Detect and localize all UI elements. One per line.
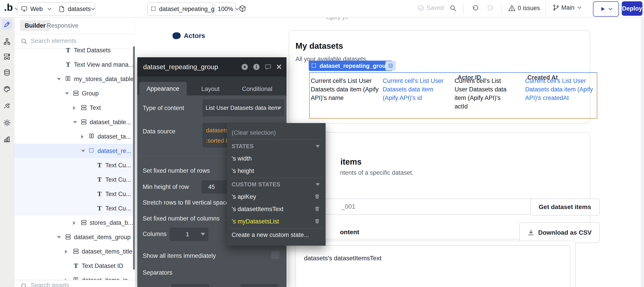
separator-style-select[interactable]: Dashed (171, 284, 209, 287)
caret-down-icon[interactable] (73, 121, 77, 123)
search-icon[interactable] (450, 4, 456, 12)
tree-item-dataset-items-title[interactable]: dataset_items_title (14, 244, 133, 259)
tree-item-label: Text Cu... (106, 162, 131, 169)
rail-item-components-icon[interactable] (2, 51, 12, 61)
menu-item-s-apikey[interactable]: 's apiKey (227, 191, 326, 203)
separator-width-select[interactable]: 1 (240, 284, 278, 287)
trash-icon[interactable] (314, 218, 321, 225)
platform-label[interactable]: Web (30, 5, 43, 12)
canvas-scrollbar[interactable] (641, 17, 644, 287)
menu-item-states[interactable]: STATES (227, 140, 326, 152)
columns-select[interactable]: 1 (170, 228, 208, 241)
element-tab[interactable]: dataset_repeating_group ✕ (148, 2, 213, 16)
issues-indicator[interactable]: 0 issues (508, 4, 540, 12)
dataset-content-textarea[interactable]: datasets's datasetItemsText (295, 245, 570, 287)
tab-conditional[interactable]: Conditional (242, 86, 272, 92)
tree-item-dataset-re[interactable]: dataset_re... (14, 144, 133, 158)
branch-selector[interactable]: Main (552, 4, 582, 11)
tree-item-text-cu[interactable]: TText Cu... (14, 187, 133, 201)
undo-icon[interactable] (472, 4, 478, 11)
menu-item-s-height[interactable]: 's height (227, 165, 326, 177)
play-circle-icon[interactable] (241, 63, 248, 71)
search-assets-input[interactable] (30, 282, 112, 287)
chevron-down-icon[interactable] (91, 7, 95, 10)
rail-item-design-pencil-icon[interactable] (2, 19, 12, 30)
menu-item-s-width[interactable]: 's width (227, 152, 326, 165)
show-all-items-checkbox[interactable] (272, 251, 280, 259)
chevron-down-icon (316, 183, 320, 186)
caret-down-icon[interactable] (57, 78, 61, 80)
caret-down-icon[interactable] (65, 92, 69, 95)
tree-item-stores-data-b[interactable]: stores_data_b... (14, 216, 133, 230)
caret-right-icon[interactable] (81, 135, 84, 139)
selected-element-badge[interactable]: dataset_repeating_group (309, 61, 392, 71)
rail-item-workflow-sitemap-icon[interactable] (2, 36, 12, 47)
rail-item-database-icon[interactable] (2, 67, 12, 78)
tree-item-text-dataset-id[interactable]: TText Dataset ID (14, 259, 133, 273)
trash-icon[interactable] (314, 194, 321, 200)
deploy-button[interactable]: Deploy (622, 1, 642, 16)
repeating-group-icon (150, 6, 157, 12)
tab-responsive[interactable]: Responsive (47, 22, 78, 29)
rg-cell-expression[interactable]: Current cell's List User Datasets data i… (454, 77, 512, 111)
caret-down-icon[interactable] (57, 236, 61, 239)
tab-layout[interactable]: Layout (201, 86, 220, 92)
get-dataset-items-button[interactable]: Get dataset items (530, 199, 600, 216)
data-source-label: Data source (143, 128, 176, 135)
bubble-logo[interactable]: .b (4, 2, 13, 13)
property-editor-header[interactable]: dataset_repeating_group ✕ (137, 57, 286, 77)
menu-item-custom-states[interactable]: CUSTOM STATES (227, 178, 326, 191)
caret-down-icon[interactable] (81, 150, 85, 152)
tree-item-dataset-table[interactable]: dataset_table... (14, 115, 133, 129)
rail-item-logs-chart-icon[interactable] (2, 134, 12, 144)
rg-cell-expression[interactable]: Current cell's List User Datasets data i… (311, 77, 379, 102)
chevron-down-icon[interactable] (47, 7, 52, 10)
rail-item-settings-gear-icon[interactable] (2, 118, 12, 128)
group-element-icon (81, 104, 87, 111)
menu-item-s-datasetitemstext[interactable]: 's datasetItemsText (227, 203, 326, 215)
tree-item-label: Text Cu... (106, 205, 131, 212)
caret-right-icon[interactable] (73, 106, 76, 110)
menu-item-s-mydatasetslist[interactable]: 's myDatasetsList (227, 215, 326, 228)
download-as-csv-button[interactable]: Download as CSV (519, 222, 600, 243)
text-element-icon: T (65, 61, 71, 68)
menu-item-create-a-new-custom-state[interactable]: Create a new custom state... (227, 229, 326, 241)
redo-icon[interactable] (487, 4, 494, 11)
tree-item-text-view-and-mana[interactable]: TText View and mana... (14, 57, 133, 72)
type-of-content-select[interactable]: List User Datasets data item (202, 99, 284, 117)
tab-appearance[interactable]: Appearance (139, 82, 187, 95)
tree-item-label: dataset_table... (90, 119, 131, 126)
trash-icon[interactable] (314, 206, 321, 212)
my-datasets-card: My datasets All your available datasets.… (289, 30, 590, 123)
tab-builder[interactable]: Builder (20, 20, 50, 31)
tree-item-text-cu[interactable]: TText Cu... (14, 201, 133, 216)
page-selector[interactable]: datasets (68, 5, 91, 12)
data-source-badge[interactable] (385, 61, 396, 70)
menu-item-clear-selection[interactable]: (Clear selection) (227, 127, 326, 139)
tree-item-text-datasets[interactable]: TText Datasets (14, 43, 133, 57)
tree-item-label: Text Cu... (106, 176, 131, 183)
close-icon[interactable]: ✕ (276, 63, 282, 71)
zoom-selector[interactable]: 100% (214, 2, 236, 16)
tree-item-text-cu[interactable]: TText Cu... (14, 158, 133, 172)
group-element-icon (65, 234, 71, 240)
tree-item-group[interactable]: Group (14, 86, 133, 101)
tree-item-text-cu[interactable]: TText Cu... (14, 172, 133, 187)
comment-bubble-icon[interactable] (264, 63, 272, 71)
tree-item-dataset-items-group[interactable]: dataset_items_group (14, 230, 133, 244)
info-circle-icon[interactable] (252, 63, 260, 71)
dataset-id-input[interactable] (309, 199, 538, 215)
text-element-icon: T (96, 176, 103, 183)
tree-item-text[interactable]: Text (14, 101, 133, 115)
tree-scrollbar[interactable] (133, 46, 135, 270)
caret-right-icon[interactable] (73, 221, 76, 225)
tree-item-my-stores-data-table[interactable]: my_stores_data_table (14, 72, 133, 86)
component-cube-icon[interactable] (239, 5, 246, 12)
rg-cell-expression[interactable]: Current cell's List User Datasets data i… (383, 77, 444, 102)
rail-item-styles-palette-icon[interactable] (2, 84, 12, 94)
rg-cell-expression[interactable]: Current cell's List User Datasets data i… (525, 77, 598, 102)
caret-right-icon[interactable] (65, 250, 68, 254)
preview-run-button[interactable] (593, 1, 619, 17)
rail-item-plugins-plug-icon[interactable] (2, 100, 12, 111)
tree-item-dataset-ta[interactable]: dataset_ta... (14, 129, 133, 144)
